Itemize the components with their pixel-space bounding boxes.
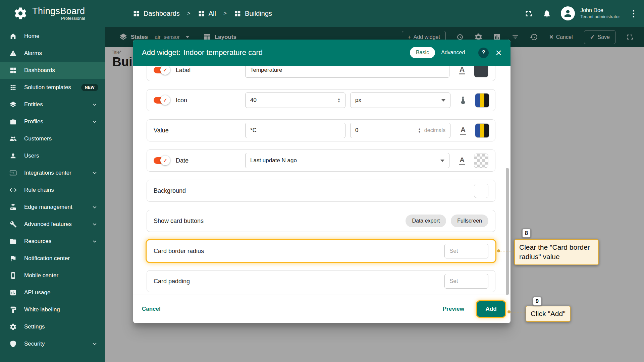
dialog-title-prefix: Add widget: [142, 48, 180, 57]
icon-toggle[interactable]: ✓ [154, 97, 169, 104]
profiles-icon [9, 118, 17, 125]
sidebar-item-users[interactable]: Users [0, 147, 105, 164]
tab-advanced[interactable]: Advanced [435, 47, 471, 58]
background-row-title: Background [154, 187, 186, 194]
sidebar-item-alarms[interactable]: Alarms [0, 45, 105, 62]
sidebar-item-security[interactable]: Security [0, 335, 105, 352]
user-info[interactable]: John Doe Tenant administrator [580, 7, 620, 20]
sidebar-item-advanced-features[interactable]: Advanced features [0, 216, 105, 233]
logo-gear-icon [13, 6, 28, 20]
icon-picker-button[interactable] [456, 93, 470, 108]
rule-chains-icon [9, 186, 17, 194]
card-padding-input[interactable] [444, 274, 488, 289]
resources-icon [9, 238, 17, 245]
chevron-down-icon [91, 169, 98, 177]
step-9-badge: 9 [533, 297, 542, 306]
help-button[interactable]: ? [478, 48, 489, 58]
more-vertical-icon[interactable]: ⋮ [629, 8, 635, 19]
notifications-bell-icon[interactable] [542, 9, 551, 18]
date-toggle[interactable]: ✓ [154, 157, 169, 164]
stepper-icon[interactable]: ▲▼ [337, 98, 340, 103]
breadcrumb-buildings[interactable]: Buildings [234, 10, 272, 17]
step-8-callout: Clear the "Card border radius" value [514, 239, 599, 265]
sidebar-item-settings[interactable]: Settings [0, 318, 105, 335]
chevron-down-icon [91, 118, 98, 125]
sidebar-item-entities[interactable]: Entities [0, 96, 105, 113]
sidebar-item-profiles[interactable]: Profiles [0, 113, 105, 130]
value-font-settings-button[interactable]: A [456, 123, 470, 138]
sidebar-item-customers[interactable]: Customers [0, 130, 105, 147]
sidebar-item-home[interactable]: Home [0, 27, 105, 45]
sidebar-item-dashboards[interactable]: Dashboards [0, 62, 105, 79]
mobile-icon [9, 272, 17, 279]
background-color-swatch[interactable] [474, 184, 488, 198]
brand-logo[interactable]: ThingsBoard Professional [13, 6, 114, 21]
value-decimals-input[interactable]: ▲▼ decimals [350, 123, 450, 138]
brand-name: ThingsBoard [32, 6, 85, 16]
card-padding-title: Card padding [154, 278, 190, 285]
brand-subtitle: Professional [61, 16, 85, 21]
api-usage-icon [9, 289, 17, 296]
users-icon [9, 152, 17, 160]
value-units-input[interactable] [245, 123, 345, 138]
icon-size-input[interactable]: ▲▼ [245, 93, 345, 108]
white-labeling-icon [9, 306, 17, 313]
sidebar-item-resources[interactable]: Resources [0, 233, 105, 250]
date-font-settings-button[interactable]: A [455, 154, 469, 168]
cancel-button[interactable]: Cancel [142, 306, 161, 312]
close-icon[interactable]: × [495, 47, 502, 58]
label-input[interactable] [245, 66, 449, 78]
sidebar-item-notification-center[interactable]: Notification center [0, 250, 105, 267]
security-icon [9, 340, 17, 348]
breadcrumb-dashboards[interactable]: Dashboards [133, 10, 180, 17]
icon-size-unit-select[interactable]: px [350, 93, 450, 108]
stepper-icon[interactable]: ▲▼ [418, 128, 421, 133]
customers-icon [9, 135, 17, 142]
integrations-icon [9, 169, 17, 177]
avatar[interactable] [561, 6, 575, 20]
sidebar-item-white-labeling[interactable]: White labeling [0, 301, 105, 318]
chip-fullscreen[interactable]: Fullscreen [451, 215, 488, 227]
scrollbar-thumb[interactable] [506, 168, 509, 295]
sidebar-item-solution-templates[interactable]: Solution templatesNEW [0, 79, 105, 96]
chip-data-export[interactable]: Data export [406, 215, 446, 227]
thermometer-icon [459, 96, 468, 105]
sidebar: Home Alarms Dashboards Solution template… [0, 27, 105, 362]
date-row: ✓ Date Last update N ago A [147, 149, 495, 172]
date-format-select[interactable]: Last update N ago [245, 153, 449, 168]
icon-row: ✓ Icon ▲▼ px [147, 89, 495, 111]
icon-color-swatch[interactable] [475, 93, 489, 108]
icon-row-title: Icon [176, 97, 187, 104]
card-buttons-row-title: Show card buttons [154, 218, 204, 225]
background-row: Background [147, 180, 495, 202]
notification-icon [9, 255, 17, 262]
sidebar-item-rule-chains[interactable]: Rule chains [0, 181, 105, 198]
connector-line-step-8 [500, 251, 514, 251]
advanced-features-icon [9, 221, 17, 228]
dialog-body: ✓ Label A ✓ Icon [133, 66, 511, 295]
sidebar-item-mobile-center[interactable]: Mobile center [0, 267, 105, 284]
label-color-swatch[interactable] [474, 66, 488, 77]
sidebar-item-api-usage[interactable]: API usage [0, 284, 105, 301]
label-toggle[interactable]: ✓ [154, 67, 169, 73]
date-color-swatch[interactable] [474, 154, 488, 168]
breadcrumb-separator: > [223, 10, 227, 17]
breadcrumb-all[interactable]: All [198, 10, 216, 17]
preview-button[interactable]: Preview [443, 306, 464, 312]
sidebar-item-integrations-center[interactable]: Integrations center [0, 164, 105, 181]
label-font-settings-button[interactable]: A [455, 66, 469, 77]
dashboard-icon [234, 10, 241, 17]
chevron-down-icon [91, 238, 98, 245]
value-row-title: Value [154, 127, 169, 134]
alarm-icon [9, 50, 17, 57]
dashboard-group-icon [198, 10, 205, 17]
chevron-down-icon [91, 340, 98, 348]
fullscreen-icon[interactable] [524, 9, 533, 18]
value-color-swatch[interactable] [475, 123, 489, 138]
add-button[interactable]: Add [477, 301, 505, 317]
sidebar-item-edge-management[interactable]: Edge management [0, 198, 105, 216]
dashboards-icon [133, 10, 140, 17]
dialog-footer: Cancel Preview Add [133, 295, 511, 323]
tab-basic[interactable]: Basic [410, 47, 435, 58]
card-border-radius-input[interactable] [444, 244, 488, 258]
